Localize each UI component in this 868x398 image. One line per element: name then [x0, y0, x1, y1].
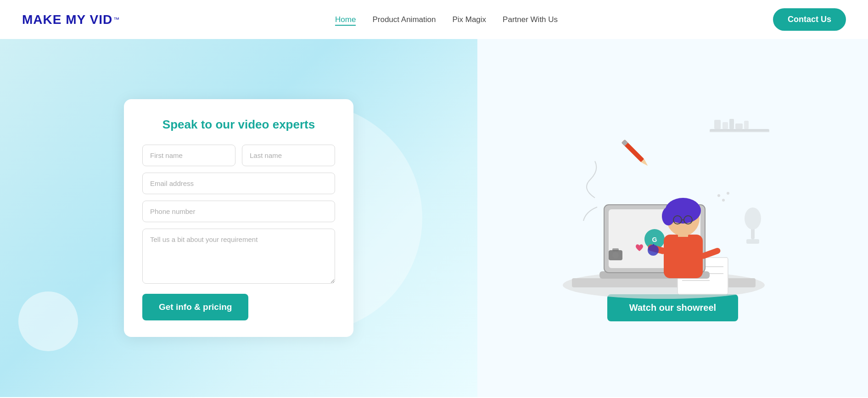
- nav-link-home[interactable]: Home: [335, 15, 356, 26]
- svg-rect-9: [746, 239, 759, 244]
- nav-item-partner[interactable]: Partner With Us: [503, 15, 558, 24]
- svg-point-39: [722, 199, 725, 202]
- email-input[interactable]: [142, 173, 335, 194]
- logo-tm: ™: [113, 16, 120, 23]
- svg-rect-3: [729, 119, 734, 129]
- svg-text:G: G: [652, 236, 657, 243]
- svg-point-37: [648, 245, 659, 256]
- contact-button[interactable]: Contact Us: [773, 8, 846, 31]
- nav-item-home[interactable]: Home: [335, 15, 356, 24]
- logo[interactable]: Make My Vid™: [22, 12, 120, 27]
- svg-point-8: [745, 207, 761, 230]
- svg-point-35: [612, 252, 619, 258]
- svg-rect-21: [664, 235, 703, 278]
- last-name-input[interactable]: [242, 145, 335, 166]
- left-section: Speak to our video experts Get info & pr…: [0, 39, 477, 397]
- svg-rect-1: [714, 120, 721, 129]
- svg-rect-5: [744, 121, 749, 129]
- nav-item-product-animation[interactable]: Product Animation: [372, 15, 436, 24]
- first-name-input[interactable]: [142, 145, 235, 166]
- logo-text: Make My Vid: [22, 12, 112, 27]
- phone-input[interactable]: [142, 201, 335, 222]
- navbar: Make My Vid™ Home Product Animation Pix …: [0, 0, 868, 39]
- requirement-row: [142, 229, 335, 286]
- form-title: Speak to our video experts: [142, 118, 335, 132]
- form-card: Speak to our video experts Get info & pr…: [124, 99, 353, 337]
- nav-link-pix-magix[interactable]: Pix Magix: [452, 15, 486, 24]
- svg-point-38: [717, 194, 720, 197]
- svg-rect-4: [735, 123, 743, 129]
- nav-link-partner[interactable]: Partner With Us: [503, 15, 558, 24]
- main-content: Speak to our video experts Get info & pr…: [0, 39, 868, 397]
- right-section: G: [477, 39, 868, 397]
- submit-button[interactable]: Get info & pricing: [142, 294, 248, 320]
- name-row: [142, 145, 335, 166]
- svg-rect-2: [722, 122, 728, 129]
- phone-row: [142, 201, 335, 222]
- email-row: [142, 173, 335, 194]
- svg-point-25: [662, 207, 675, 225]
- hero-illustration: G: [554, 115, 792, 308]
- nav-item-pix-magix[interactable]: Pix Magix: [452, 15, 486, 24]
- svg-rect-36: [612, 248, 619, 251]
- requirement-textarea[interactable]: [142, 229, 335, 284]
- nav-links: Home Product Animation Pix Magix Partner…: [335, 15, 558, 24]
- svg-point-40: [727, 192, 729, 195]
- nav-link-product-animation[interactable]: Product Animation: [372, 15, 436, 24]
